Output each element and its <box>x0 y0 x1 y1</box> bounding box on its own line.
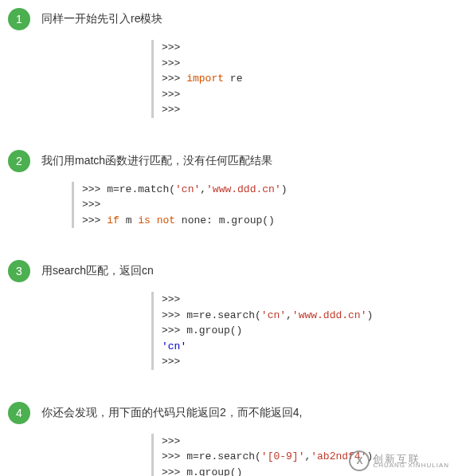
step-header: 4你还会发现，用下面的代码只能返回2，而不能返回4, <box>8 402 446 424</box>
watermark-en: CHUANG XINHULIAN <box>373 462 449 469</box>
step-number-badge: 3 <box>8 260 30 282</box>
step-title: 用search匹配，返回cn <box>41 264 154 278</box>
code-block: >>> >>> m=re.search('cn','www.ddd.cn') >… <box>151 292 446 370</box>
code-block: >>> m=re.match('cn','www.ddd.cn') >>> >>… <box>72 182 446 229</box>
step-number-badge: 2 <box>8 150 30 172</box>
step-header: 2我们用match函数进行匹配，没有任何匹配结果 <box>8 150 446 172</box>
step-number-badge: 4 <box>8 402 30 424</box>
step-title: 你还会发现，用下面的代码只能返回2，而不能返回4, <box>41 406 302 420</box>
step-title: 我们用match函数进行匹配，没有任何匹配结果 <box>41 154 272 168</box>
step: 2我们用match函数进行匹配，没有任何匹配结果>>> m=re.match('… <box>8 150 446 229</box>
step-header: 3用search匹配，返回cn <box>8 260 446 282</box>
watermark: X 创新互联 CHUANG XINHULIAN <box>349 450 449 471</box>
code-block: >>> >>> >>> import re >>> >>> <box>151 40 446 118</box>
step: 1同样一开始先引入re模块>>> >>> >>> import re >>> >… <box>8 8 446 118</box>
step-number-badge: 1 <box>8 8 30 30</box>
step: 3用search匹配，返回cn>>> >>> m=re.search('cn',… <box>8 260 446 370</box>
watermark-logo-icon: X <box>349 450 370 471</box>
step-title: 同样一开始先引入re模块 <box>41 12 162 26</box>
step-header: 1同样一开始先引入re模块 <box>8 8 446 30</box>
